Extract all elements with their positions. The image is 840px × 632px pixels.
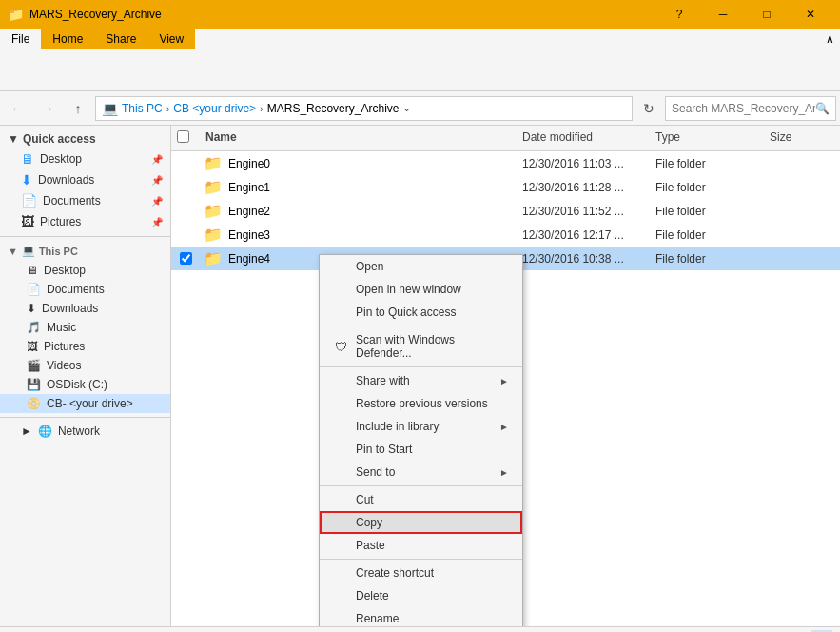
minimize-button[interactable]: ─ <box>701 0 745 29</box>
tab-home[interactable]: Home <box>41 29 94 49</box>
ctx-open[interactable]: Open <box>320 255 522 278</box>
sidebar-item-documents[interactable]: 📄 Documents 📌 <box>0 190 170 211</box>
pc-music-icon: 🎵 <box>27 321 41 334</box>
sidebar-item-pc-pictures[interactable]: 🖼 Pictures <box>0 337 170 356</box>
ribbon-content <box>8 65 10 76</box>
file-date: 12/30/2016 11:28 ... <box>517 179 650 196</box>
tab-view[interactable]: View <box>147 29 195 49</box>
ctx-pin-quick-label: Pin to Quick access <box>356 306 509 319</box>
folder-icon: 📁 <box>204 226 223 244</box>
library-arrow-icon: ► <box>499 422 509 432</box>
sidebar-item-pc-music[interactable]: 🎵 Music <box>0 318 170 337</box>
sidebar-item-pc-downloads[interactable]: ⬇ Downloads <box>0 299 170 318</box>
title-bar: 📁 MARS_Recovery_Archive ? ─ □ ✕ <box>0 0 840 29</box>
quick-access-label: Quick access <box>23 132 96 146</box>
sidebar-label-network: Network <box>58 425 100 438</box>
col-name[interactable]: Name <box>200 128 517 148</box>
status-bar: 5 items 1 item selected ☰ ⊞ <box>0 626 840 632</box>
file-type: File folder <box>650 203 764 220</box>
col-checkbox[interactable] <box>171 128 200 148</box>
network-icon: 🌐 <box>38 425 52 438</box>
table-row[interactable]: 📁Engine0 12/30/2016 11:03 ... File folde… <box>171 151 840 175</box>
table-row[interactable]: 📁Engine1 12/30/2016 11:28 ... File folde… <box>171 175 840 199</box>
forward-button[interactable]: → <box>34 95 61 122</box>
select-all-checkbox[interactable] <box>177 130 189 143</box>
col-size[interactable]: Size <box>764 128 840 148</box>
pc-downloads-icon: ⬇ <box>27 302 36 315</box>
ctx-rename-label: Rename <box>356 612 509 625</box>
ctx-sep-1 <box>320 326 522 326</box>
file-type: File folder <box>650 227 764 244</box>
ctx-pin-quick[interactable]: Pin to Quick access <box>320 301 522 324</box>
col-date[interactable]: Date modified <box>517 128 650 148</box>
address-bar: ← → ↑ 💻 This PC › CB <your drive> › MARS… <box>0 91 840 126</box>
sidebar-item-pc-videos[interactable]: 🎬 Videos <box>0 356 170 375</box>
osdisk-icon: 💾 <box>27 378 41 391</box>
sidebar-item-pictures[interactable]: 🖼 Pictures 📌 <box>0 211 170 232</box>
sidebar: ▼ Quick access 🖥 Desktop 📌 ⬇ Downloads 📌… <box>0 126 171 626</box>
sidebar-item-osdisk[interactable]: 💾 OSDisk (C:) <box>0 375 170 394</box>
ribbon-bar <box>0 49 840 91</box>
search-input[interactable] <box>672 102 815 115</box>
help-button[interactable]: ? <box>657 0 701 29</box>
sidebar-item-network[interactable]: ► 🌐 Network <box>0 422 170 441</box>
sidebar-item-downloads[interactable]: ⬇ Downloads 📌 <box>0 169 170 190</box>
refresh-button[interactable]: ↻ <box>636 96 661 121</box>
sidebar-item-pc-desktop[interactable]: 🖥 Desktop <box>0 261 170 280</box>
ctx-share-with[interactable]: Share with ► <box>320 369 522 392</box>
ctx-sep-4 <box>320 559 522 560</box>
ctx-paste[interactable]: Paste <box>320 534 522 557</box>
address-path[interactable]: 💻 This PC › CB <your drive> › MARS_Recov… <box>95 96 633 121</box>
downloads-icon: ⬇ <box>21 172 32 188</box>
col-type[interactable]: Type <box>650 128 764 148</box>
ctx-include-library[interactable]: Include in library ► <box>320 415 522 438</box>
ctx-delete[interactable]: Delete <box>320 584 522 607</box>
sidebar-label-documents: Documents <box>43 194 101 207</box>
window-icon: 📁 <box>8 7 24 22</box>
ctx-scan-label: Scan with Windows Defender... <box>356 333 509 360</box>
ctx-cut[interactable]: Cut <box>320 488 522 511</box>
sidebar-item-pc-documents[interactable]: 📄 Documents <box>0 280 170 299</box>
ribbon-tabs: File Home Share View ∧ <box>0 29 840 49</box>
table-row[interactable]: 📁Engine3 12/30/2016 12:17 ... File folde… <box>171 223 840 247</box>
back-button[interactable]: ← <box>4 95 30 122</box>
main-area: ▼ Quick access 🖥 Desktop 📌 ⬇ Downloads 📌… <box>0 126 840 626</box>
sidebar-label-pc-music: Music <box>47 321 76 334</box>
ctx-pin-start[interactable]: Pin to Start <box>320 438 522 461</box>
quick-access-header[interactable]: ▼ Quick access <box>0 129 170 148</box>
ctx-create-shortcut[interactable]: Create shortcut <box>320 562 522 584</box>
row-checkbox[interactable] <box>180 252 192 265</box>
path-this-pc[interactable]: This PC <box>122 102 163 115</box>
sidebar-item-cb-drive[interactable]: 📀 CB- <your drive> <box>0 394 170 413</box>
ctx-send-to[interactable]: Send to ► <box>320 461 522 484</box>
ctx-copy[interactable]: Copy <box>320 511 522 534</box>
this-pc-header[interactable]: ▼ 💻 This PC <box>0 241 170 261</box>
sidebar-label-pc-videos: Videos <box>47 359 81 372</box>
sidebar-label-pc-downloads: Downloads <box>42 302 98 315</box>
path-folder[interactable]: MARS_Recovery_Archive <box>267 102 400 115</box>
tab-file[interactable]: File <box>0 29 41 49</box>
file-size <box>764 186 840 189</box>
sidebar-item-desktop[interactable]: 🖥 Desktop 📌 <box>0 148 170 169</box>
tab-share[interactable]: Share <box>94 29 147 49</box>
ctx-rename[interactable]: Rename <box>320 607 522 626</box>
file-name: Engine3 <box>228 228 270 242</box>
file-date: 12/30/2016 11:52 ... <box>517 203 650 220</box>
up-button[interactable]: ↑ <box>65 95 91 122</box>
maximize-button[interactable]: □ <box>745 0 789 29</box>
search-box[interactable]: 🔍 <box>665 96 836 121</box>
close-button[interactable]: ✕ <box>789 0 832 29</box>
folder-icon: 📁 <box>204 249 223 267</box>
ctx-paste-label: Paste <box>356 539 509 552</box>
table-row[interactable]: 📁Engine2 12/30/2016 11:52 ... File folde… <box>171 199 840 223</box>
pc-pictures-icon: 🖼 <box>27 340 38 353</box>
ctx-scan[interactable]: 🛡 Scan with Windows Defender... <box>320 328 522 365</box>
ctx-shortcut-label: Create shortcut <box>356 566 509 580</box>
file-size <box>764 233 840 237</box>
ctx-share-label: Share with <box>356 374 492 387</box>
ctx-open-window[interactable]: Open in new window <box>320 278 522 301</box>
pictures-icon: 🖼 <box>21 214 34 229</box>
path-drive[interactable]: CB <your drive> <box>173 102 256 115</box>
ctx-restore[interactable]: Restore previous versions <box>320 392 522 415</box>
ribbon-collapse[interactable]: ∧ <box>819 29 840 49</box>
